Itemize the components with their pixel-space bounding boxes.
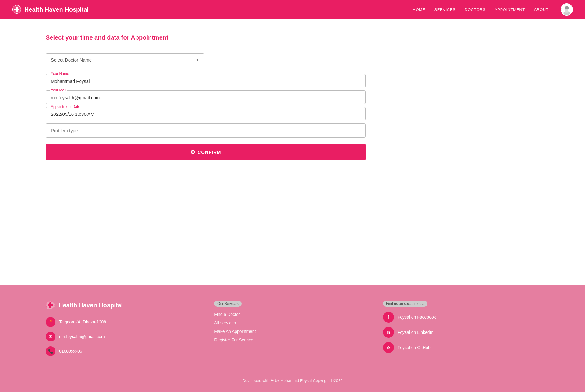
email-icon: ✉ (46, 332, 55, 341)
problem-field (46, 123, 366, 138)
github-label: Foysal on GitHub (398, 345, 431, 350)
services-section-title: Our Services (214, 301, 241, 307)
footer-grid: Health Haven Hospital 📍 Tejgaon I/A, Dha… (46, 301, 539, 361)
linkedin-link[interactable]: in Foysal on LinkedIn (383, 327, 539, 338)
footer-make-appointment[interactable]: Make An Appointment (214, 329, 256, 334)
nav-doctors[interactable]: DOCTORS (465, 7, 485, 12)
footer-address: 📍 Tejgaon I/A, Dhaka-1208 (46, 317, 202, 327)
plus-icon: ⊕ (190, 149, 195, 155)
footer-find-doctor[interactable]: Find a Doctor (214, 312, 240, 317)
mail-field-group: Your Mail (46, 90, 366, 104)
nav-home[interactable]: HOME (413, 7, 425, 12)
footer-logo-icon (46, 301, 55, 310)
footer-services-links: Find a Doctor All services Make An Appoi… (214, 312, 370, 343)
footer: Health Haven Hospital 📍 Tejgaon I/A, Dha… (0, 285, 585, 392)
name-input[interactable] (51, 77, 360, 84)
nav-about[interactable]: ABOUT (534, 7, 548, 12)
date-input[interactable] (51, 110, 360, 117)
problem-input[interactable] (46, 124, 365, 137)
name-label: Your Name (50, 72, 70, 76)
footer-all-services[interactable]: All services (214, 320, 236, 325)
svg-rect-2 (14, 9, 20, 10)
footer-bottom: Developed with ❤ by Mohammd Foysal Copyr… (46, 378, 539, 383)
page-title-prefix: Select your time and data for (46, 34, 131, 41)
footer-brand-column: Health Haven Hospital 📍 Tejgaon I/A, Dha… (46, 301, 202, 361)
mail-label: Your Mail (50, 88, 67, 92)
nav-logo-icon (12, 5, 21, 14)
github-icon: ⊙ (383, 342, 394, 353)
phone-icon: 📞 (46, 346, 55, 356)
confirm-label: CONFIRM (198, 150, 221, 155)
name-field-group: Your Name (46, 74, 366, 87)
footer-email-text: mh.foysal.h@gmail.com (59, 334, 105, 339)
page-title: Select your time and data for Appointmen… (46, 34, 539, 41)
nav-brand-name: Health Haven Hospital (24, 6, 89, 13)
social-section-title: Find us on social media (383, 301, 427, 307)
footer-phone: 📞 01680xxx86 (46, 346, 202, 356)
page-title-highlight: Appointment (131, 34, 168, 41)
doctor-select[interactable]: Select Doctor Name (46, 53, 204, 66)
footer-services-column: Our Services Find a Doctor All services … (214, 301, 370, 361)
nav-appointment[interactable]: APPOINTMENT (495, 7, 525, 12)
footer-email: ✉ mh.foysal.h@gmail.com (46, 332, 202, 341)
mail-input[interactable] (51, 94, 360, 100)
avatar[interactable] (561, 3, 573, 16)
navbar: Health Haven Hospital HOME SERVICES DOCT… (0, 0, 585, 19)
facebook-label: Foysal on Facebook (398, 315, 436, 320)
appointment-form: Select Doctor Name ▼ Your Name Your Mail… (46, 53, 366, 160)
svg-rect-6 (566, 9, 568, 13)
footer-address-text: Tejgaon I/A, Dhaka-1208 (59, 320, 106, 324)
confirm-button[interactable]: ⊕ CONFIRM (46, 144, 366, 160)
facebook-icon: f (383, 312, 394, 323)
nav-brand: Health Haven Hospital (12, 5, 413, 14)
footer-brand: Health Haven Hospital (46, 301, 202, 310)
linkedin-label: Foysal on LinkedIn (398, 330, 434, 335)
location-icon: 📍 (46, 317, 55, 327)
footer-social-column: Find us on social media f Foysal on Face… (383, 301, 539, 361)
svg-rect-9 (48, 304, 53, 306)
footer-divider (46, 373, 539, 373)
doctor-select-wrapper: Select Doctor Name ▼ (46, 53, 366, 66)
footer-register-service[interactable]: Register For Service (214, 337, 253, 342)
main-content: Select your time and data for Appointmen… (0, 19, 585, 285)
facebook-link[interactable]: f Foysal on Facebook (383, 312, 539, 323)
linkedin-icon: in (383, 327, 394, 338)
date-label: Appointment Date (50, 104, 81, 109)
footer-phone-text: 01680xxx86 (59, 349, 82, 354)
github-link[interactable]: ⊙ Foysal on GitHub (383, 342, 539, 353)
nav-links: HOME SERVICES DOCTORS APPOINTMENT ABOUT (413, 7, 548, 12)
footer-brand-name: Health Haven Hospital (58, 302, 123, 309)
nav-services[interactable]: SERVICES (434, 7, 456, 12)
date-field-group: Appointment Date (46, 107, 366, 120)
